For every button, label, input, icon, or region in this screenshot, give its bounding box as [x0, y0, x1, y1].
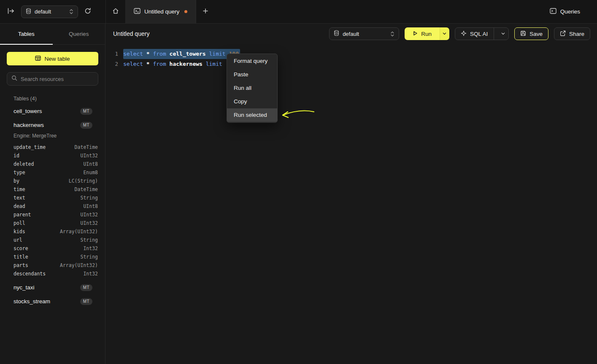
column-row: pollUInt32 [0, 219, 105, 227]
topbar-database-value: default [35, 8, 63, 15]
column-type: Array(UInt32) [60, 229, 98, 235]
save-button[interactable]: Save [514, 27, 548, 40]
query-database-value: default [343, 31, 384, 37]
table-name: nyc_taxi [14, 284, 35, 291]
share-button[interactable]: Share [554, 27, 590, 40]
menu-item-run-selected[interactable]: Run selected [227, 108, 277, 122]
column-name: url [14, 237, 22, 243]
column-type: LC(String) [69, 178, 98, 184]
column-list: update_timeDateTime idUInt32 deletedUInt… [0, 143, 105, 278]
table-name: hackernews [14, 122, 44, 128]
table-row-hackernews[interactable]: hackernews MT [0, 118, 105, 132]
queries-button-label: Queries [560, 8, 580, 15]
sql-ai-dropdown[interactable] [497, 28, 508, 40]
run-button-group: Run [405, 27, 449, 40]
column-row: deletedUInt8 [0, 160, 105, 168]
expand-sidebar-button[interactable] [6, 6, 16, 17]
column-type: DateTime [75, 186, 98, 192]
ai-sparkle-icon [461, 30, 467, 38]
column-row: kidsArray(UInt32) [0, 227, 105, 236]
engine-label: Engine: MergeTree [0, 132, 105, 140]
column-name: score [14, 245, 28, 251]
database-icon [334, 30, 339, 38]
menu-item-copy[interactable]: Copy [227, 95, 277, 108]
column-type: UInt32 [80, 212, 98, 218]
editor-context-menu: Format query Paste Run all Copy Run sele… [227, 54, 278, 123]
table-row-nyc-taxi[interactable]: nyc_taxi MT [0, 280, 105, 294]
sql-ai-button[interactable]: SQL AI [455, 27, 509, 40]
column-type: Array(UInt32) [60, 262, 98, 268]
unsaved-changes-indicator [184, 10, 187, 13]
column-type: String [80, 254, 98, 260]
run-button[interactable]: Run [405, 27, 440, 40]
table-row-stocks-stream[interactable]: stocks_stream MT [0, 294, 105, 308]
sql-ai-label: SQL AI [470, 31, 488, 37]
chevron-down-icon [442, 31, 447, 37]
engine-badge: MT [80, 122, 92, 129]
refresh-button[interactable] [83, 6, 92, 17]
sql-editor[interactable]: 1 select * from cell_towers limit 100 2 … [105, 43, 597, 69]
search-box [7, 72, 98, 86]
menu-item-format-query[interactable]: Format query [227, 54, 277, 68]
column-name: time [14, 186, 25, 192]
query-title: Untitled query [113, 30, 149, 37]
run-options-dropdown[interactable] [440, 27, 449, 40]
queries-button[interactable]: Queries [550, 8, 580, 15]
column-type: String [80, 195, 98, 201]
query-header-controls: default Run [329, 27, 590, 40]
sql-keyword: limit [209, 51, 229, 57]
column-row: parentUInt32 [0, 210, 105, 219]
share-button-label: Share [569, 31, 584, 37]
column-row: urlString [0, 236, 105, 244]
new-table-button[interactable]: New table [7, 52, 98, 65]
column-row: partsArray(UInt32) [0, 261, 105, 270]
query-header: Untitled query default [105, 24, 597, 43]
table-grid-icon [35, 56, 41, 62]
tab-queries-label: Queries [69, 31, 89, 37]
line-number: 2 [109, 59, 118, 69]
sql-keyword: limit [206, 61, 222, 67]
column-row: byLC(String) [0, 177, 105, 185]
query-database-selector[interactable]: default [329, 27, 399, 40]
plus-icon [203, 8, 208, 15]
tab-queries[interactable]: Queries [53, 24, 105, 44]
menu-item-run-all[interactable]: Run all [227, 81, 277, 95]
sql-keyword: select [123, 51, 146, 57]
column-type: UInt8 [83, 203, 98, 209]
menu-item-paste[interactable]: Paste [227, 68, 277, 81]
column-name: dead [14, 203, 25, 209]
new-tab-button[interactable] [196, 0, 215, 23]
code-line-1: 1 select * from cell_towers limit 100 [105, 49, 597, 59]
home-icon [112, 8, 119, 16]
sql-keyword: from [153, 61, 169, 67]
queries-icon [550, 8, 556, 15]
column-type: UInt32 [80, 220, 98, 226]
topbar-database-selector[interactable]: default [21, 5, 78, 18]
column-type: Int32 [83, 271, 98, 277]
tables-section-title: Tables (4) [0, 96, 105, 102]
sidebar: Tables Queries New table Tables (4) cell… [0, 24, 105, 364]
column-name: poll [14, 220, 25, 226]
column-name: title [14, 254, 28, 260]
tab-tables[interactable]: Tables [0, 24, 53, 44]
column-name: text [14, 195, 25, 201]
column-name: type [14, 170, 25, 175]
topbar: default Untitled query [0, 0, 597, 24]
table-name: stocks_stream [14, 298, 50, 305]
column-row: idUInt32 [0, 151, 105, 160]
tab-tables-label: Tables [18, 31, 35, 37]
column-row: deadUInt8 [0, 202, 105, 210]
home-tab[interactable] [105, 0, 125, 23]
search-resources-input[interactable] [21, 76, 94, 82]
column-type: UInt8 [83, 161, 98, 167]
column-type: UInt32 [80, 153, 98, 159]
column-name: deleted [14, 161, 34, 167]
new-table-label: New table [44, 56, 70, 62]
column-row: textString [0, 194, 105, 202]
query-tab-active[interactable]: Untitled query [125, 0, 196, 23]
column-row: typeEnum8 [0, 168, 105, 177]
column-row: titleString [0, 253, 105, 261]
code-line-2: 2 select * from hackernews limit [105, 59, 597, 69]
table-row-cell-towers[interactable]: cell_towers MT [0, 104, 105, 118]
query-tab-label: Untitled query [144, 8, 179, 15]
